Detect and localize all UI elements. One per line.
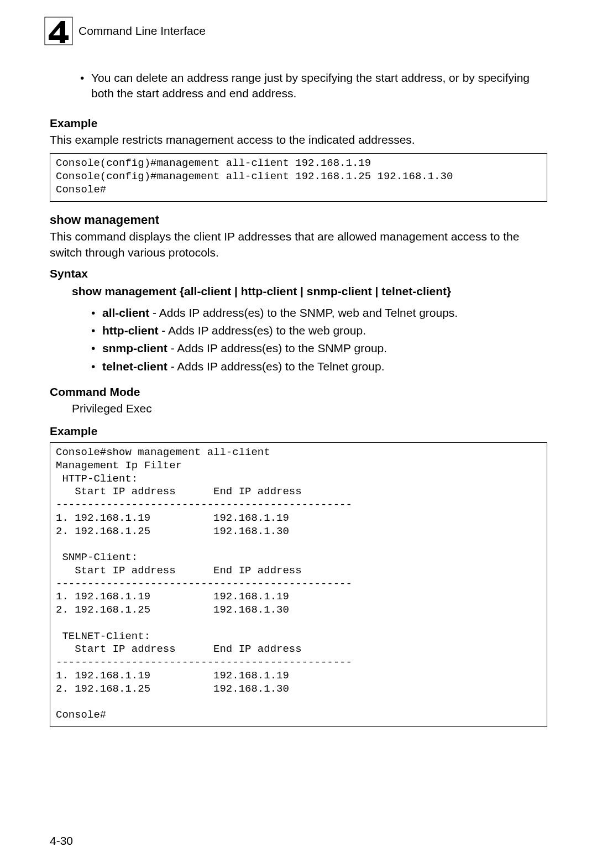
command-mode-heading: Command Mode <box>50 384 547 400</box>
syntax-desc: - Adds IP address(es) to the SNMP, web a… <box>149 306 458 319</box>
syntax-term: telnet-client <box>102 360 167 373</box>
syntax-line-suffix: {all-client | http-client | snmp-client … <box>176 285 451 297</box>
example1-desc: This example restricts management access… <box>50 132 547 148</box>
syntax-term: http-client <box>102 324 158 337</box>
syntax-term: all-client <box>102 306 149 319</box>
syntax-item: all-client - Adds IP address(es) to the … <box>102 305 547 321</box>
page-number: 4-30 <box>50 833 73 849</box>
show-management-heading: show management <box>50 212 547 228</box>
syntax-line: show management {all-client | http-clien… <box>50 284 547 299</box>
syntax-desc: - Adds IP address(es) to the web group. <box>158 324 366 337</box>
example2-heading: Example <box>50 423 547 439</box>
page-header-title: Command Line Interface <box>78 23 206 39</box>
command-mode-value: Privileged Exec <box>50 401 547 416</box>
chapter-number-icon <box>44 17 73 45</box>
show-management-desc: This command displays the client IP addr… <box>50 229 547 260</box>
syntax-heading: Syntax <box>50 266 547 281</box>
page-header: Command Line Interface <box>44 17 547 45</box>
syntax-bullets: all-client - Adds IP address(es) to the … <box>50 305 547 374</box>
example1-code: Console(config)#management all-client 19… <box>50 153 547 201</box>
example1-heading: Example <box>50 116 547 131</box>
syntax-desc: - Adds IP address(es) to the SNMP group. <box>167 342 387 354</box>
page: Command Line Interface You can delete an… <box>0 0 597 868</box>
syntax-term: snmp-client <box>102 342 167 354</box>
syntax-desc: - Adds IP address(es) to the Telnet grou… <box>167 360 385 373</box>
intro-bullet-list: You can delete an address range just by … <box>50 70 547 102</box>
syntax-line-prefix: show management <box>72 285 176 297</box>
syntax-item: http-client - Adds IP address(es) to the… <box>102 323 547 338</box>
intro-bullet: You can delete an address range just by … <box>91 70 547 102</box>
example2-code: Console#show management all-client Manag… <box>50 442 547 727</box>
syntax-item: telnet-client - Adds IP address(es) to t… <box>102 359 547 374</box>
syntax-item: snmp-client - Adds IP address(es) to the… <box>102 341 547 356</box>
